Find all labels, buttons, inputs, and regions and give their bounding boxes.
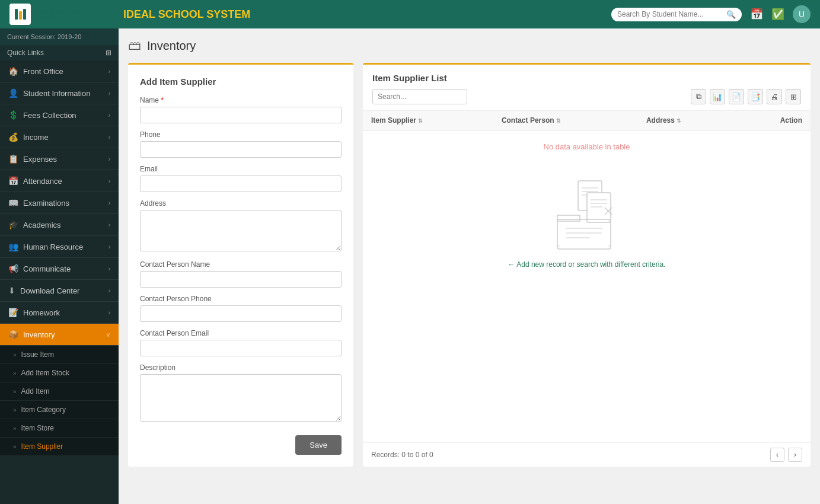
sidebar-item-income[interactable]: 💰 Income › — [0, 126, 119, 148]
sidebar-label-download: Download Center — [20, 286, 79, 295]
sub-item-item-supplier[interactable]: » Item Supplier — [0, 438, 119, 456]
phone-field-group: Phone — [140, 130, 342, 158]
col-item-supplier: Item Supplier ⇅ — [363, 111, 493, 130]
sidebar-item-hr[interactable]: 👥 Human Resource › — [0, 236, 119, 258]
contact-email-input[interactable] — [140, 340, 342, 356]
table-container: Item Supplier ⇅ Contact Person ⇅ Address — [363, 111, 811, 442]
email-input[interactable] — [140, 176, 342, 192]
quick-links-label: Quick Links — [7, 49, 44, 57]
sidebar-item-expenses[interactable]: 📋 Expenses › — [0, 148, 119, 170]
bullet-icon: » — [13, 388, 17, 395]
empty-state: No data available in table — [363, 130, 811, 276]
header: IDEAL SCHOOL MANAGER IDEAL SCHOOL SYSTEM… — [0, 0, 820, 28]
empty-svg — [545, 175, 628, 252]
sort-icon[interactable]: ⇅ — [418, 118, 423, 124]
address-field-group: Address — [140, 199, 342, 253]
student-icon: 👤 — [8, 88, 18, 98]
description-label: Description — [140, 363, 342, 372]
chevron-icon: › — [109, 266, 110, 272]
columns-button[interactable]: ⊞ — [786, 89, 801, 104]
chevron-icon: › — [109, 222, 110, 228]
empty-hint: ← Add new record or search with differen… — [363, 258, 811, 276]
logo-bar-1 — [15, 9, 18, 20]
csv-button[interactable]: 📄 — [729, 89, 744, 104]
calendar-icon[interactable]: 📅 — [750, 8, 763, 21]
contact-phone-input[interactable] — [140, 305, 342, 322]
income-icon: 💰 — [8, 132, 18, 142]
chevron-icon: › — [109, 244, 110, 250]
sub-item-issue-item[interactable]: » Issue Item — [0, 346, 119, 364]
sidebar-item-communicate[interactable]: 📢 Communicate › — [0, 258, 119, 280]
name-input[interactable] — [140, 107, 342, 123]
chevron-icon: › — [109, 134, 110, 141]
description-input[interactable] — [140, 374, 342, 422]
sidebar-label-income: Income — [23, 133, 49, 142]
list-header: Item Supplier List — [363, 65, 811, 89]
list-search — [372, 89, 467, 104]
svg-rect-4 — [587, 193, 611, 222]
contact-email-label: Contact Person Email — [140, 329, 342, 337]
supplier-list-card: Item Supplier List ⧉ 📊 📄 📑 🖨 ⊞ — [363, 63, 811, 467]
sub-item-item-store[interactable]: » Item Store — [0, 419, 119, 438]
empty-illustration — [363, 163, 811, 258]
prev-page-button[interactable]: ‹ — [770, 448, 784, 462]
sort-icon[interactable]: ⇅ — [677, 118, 681, 124]
sidebar-item-academics[interactable]: 🎓 Academics › — [0, 214, 119, 236]
phone-input[interactable] — [140, 141, 342, 158]
avatar[interactable]: U — [793, 5, 811, 23]
sidebar-item-inventory[interactable]: 📦 Inventory ∨ — [0, 324, 119, 346]
save-button[interactable]: Save — [295, 435, 342, 455]
description-field-group: Description — [140, 363, 342, 423]
inventory-submenu: » Issue Item » Add Item Stock » Add Item… — [0, 346, 119, 456]
expenses-icon: 📋 — [8, 154, 18, 164]
supplier-table: Item Supplier ⇅ Contact Person ⇅ Address — [363, 111, 811, 276]
excel-button[interactable]: 📊 — [710, 89, 725, 104]
pdf-button[interactable]: 📑 — [748, 89, 763, 104]
chevron-icon: › — [109, 68, 110, 75]
records-count: Records: 0 to 0 of 0 — [371, 451, 433, 459]
logo-area: IDEAL SCHOOL MANAGER — [9, 4, 116, 25]
sidebar-item-student-info[interactable]: 👤 Student Information › — [0, 82, 119, 104]
content-row: Add Item Supplier Name * Phone Email — [128, 63, 811, 467]
sidebar-label-inventory: Inventory — [23, 330, 55, 339]
pagination: ‹ › — [770, 448, 802, 462]
inventory-icon: 📦 — [8, 330, 18, 339]
sidebar-item-front-office[interactable]: 🏠 Front Office › — [0, 60, 119, 82]
print-button[interactable]: 🖨 — [767, 89, 782, 104]
sort-icon[interactable]: ⇅ — [556, 118, 561, 124]
address-input[interactable] — [140, 210, 342, 251]
name-label: Name * — [140, 96, 342, 104]
next-page-button[interactable]: › — [788, 448, 802, 462]
sidebar-item-fees[interactable]: 💲 Fees Collection › — [0, 104, 119, 126]
page-title-icon: 🗃 — [128, 38, 141, 53]
sub-item-label-store: Item Store — [21, 424, 54, 432]
sidebar-item-examinations[interactable]: 📖 Examinations › — [0, 192, 119, 214]
grid-icon[interactable]: ⊞ — [106, 49, 111, 57]
contact-name-input[interactable] — [140, 271, 342, 288]
list-search-input[interactable] — [372, 89, 467, 104]
session-bar: Current Session: 2019-20 — [0, 28, 119, 45]
list-title: Item Supplier List — [372, 73, 801, 83]
bullet-icon: » — [13, 352, 17, 358]
sidebar-item-download[interactable]: ⬇ Download Center › — [0, 280, 119, 302]
sub-item-add-stock[interactable]: » Add Item Stock — [0, 364, 119, 382]
col-action: Action — [736, 111, 811, 130]
sub-item-add-item[interactable]: » Add Item — [0, 382, 119, 401]
search-input[interactable] — [617, 10, 723, 18]
chevron-icon: › — [109, 200, 110, 206]
hr-icon: 👥 — [8, 242, 18, 251]
sidebar-label-attendance: Attendance — [23, 177, 62, 186]
svg-point-18 — [608, 245, 610, 247]
sidebar-item-attendance[interactable]: 📅 Attendance › — [0, 170, 119, 192]
copy-button[interactable]: ⧉ — [691, 89, 706, 104]
chevron-down-icon: ∨ — [106, 331, 110, 338]
quick-links-bar: Quick Links ⊞ — [0, 45, 119, 60]
sidebar: Current Session: 2019-20 Quick Links ⊞ 🏠… — [0, 28, 119, 504]
sidebar-item-homework[interactable]: 📝 Homework › — [0, 302, 119, 324]
search-icon[interactable]: 🔍 — [726, 10, 736, 19]
sidebar-label-student-info: Student Information — [23, 89, 90, 98]
checklist-icon[interactable]: ✅ — [771, 8, 784, 21]
sub-item-item-category[interactable]: » Item Category — [0, 401, 119, 419]
main-layout: Current Session: 2019-20 Quick Links ⊞ 🏠… — [0, 28, 820, 504]
logo-bar-3 — [23, 9, 26, 20]
